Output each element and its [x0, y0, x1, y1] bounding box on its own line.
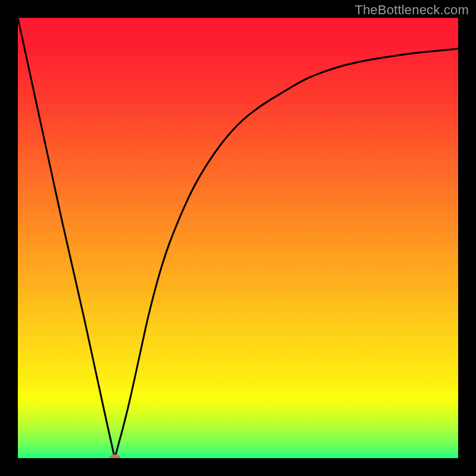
min-point-marker — [109, 455, 120, 459]
plot-area — [18, 18, 458, 458]
curve-path — [18, 18, 458, 458]
chart-frame: TheBottleneck.com — [0, 0, 476, 476]
chart-curve — [18, 18, 458, 458]
watermark-text: TheBottleneck.com — [355, 2, 469, 18]
